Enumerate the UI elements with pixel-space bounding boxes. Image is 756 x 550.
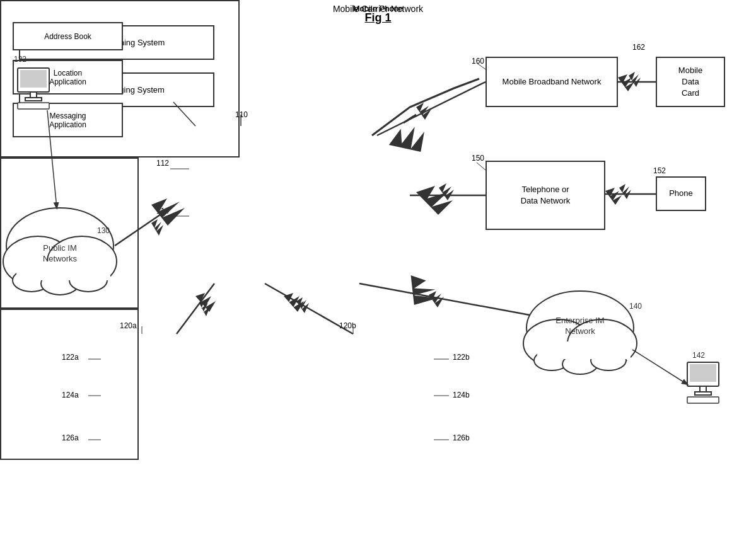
svg-point-23 (562, 354, 598, 374)
svg-rect-25 (537, 345, 629, 359)
svg-point-20 (567, 319, 637, 367)
svg-marker-65 (151, 219, 163, 236)
lightning-mcn-tdn (410, 183, 486, 200)
la124b-label: LocationApplication (49, 69, 86, 86)
ref-122b: 122b (453, 353, 470, 362)
svg-line-58 (377, 82, 486, 135)
messaging-app-b-box: MessagingApplication (13, 103, 123, 137)
svg-marker-43 (618, 74, 634, 91)
ref-160: 160 (472, 57, 484, 66)
mp120b-title: Mobile Phone (0, 4, 756, 13)
ref-124b: 124b (453, 391, 470, 399)
ref-126b: 126b (453, 433, 470, 442)
ref-114: 114 (156, 207, 169, 215)
ref-150: 150 (472, 154, 484, 163)
ref-120b: 120b (339, 321, 356, 330)
svg-point-24 (591, 350, 626, 370)
mobile-broadband-network-box: Mobile Broadband Network (486, 57, 618, 107)
tdn-label: Telephone orData Network (521, 184, 571, 207)
address-book-b-box: Address Book (13, 22, 123, 50)
ma126b-label: MessagingApplication (49, 112, 86, 129)
svg-text:140: 140 (629, 302, 642, 311)
svg-rect-29 (687, 362, 719, 386)
svg-line-54 (477, 163, 486, 170)
svg-line-35 (632, 350, 687, 384)
svg-marker-63 (429, 291, 444, 307)
svg-marker-36 (385, 118, 433, 164)
svg-rect-33 (687, 397, 719, 403)
ref-162: 162 (632, 43, 645, 52)
lightning-mcn-120a (177, 284, 214, 334)
svg-rect-21 (536, 341, 631, 360)
enterprise-im-cloud: Enterprise IM Network (523, 291, 637, 374)
ab122b-label: Address Book (44, 32, 91, 41)
svg-marker-41 (284, 293, 304, 312)
svg-point-18 (526, 291, 634, 364)
svg-line-66 (177, 284, 214, 334)
ref-112: 112 (156, 159, 169, 168)
ref-126a: 126a (62, 433, 79, 442)
svg-rect-32 (695, 392, 711, 395)
svg-marker-71 (619, 184, 631, 199)
svg-point-19 (523, 319, 593, 367)
ref-110: 110 (235, 110, 248, 119)
svg-text:Enterprise IM: Enterprise IM (555, 316, 604, 325)
ref-120a: 120a (120, 321, 137, 330)
svg-rect-31 (700, 386, 706, 392)
svg-text:142: 142 (692, 351, 705, 360)
svg-marker-67 (199, 300, 210, 316)
svg-marker-37 (416, 186, 453, 215)
svg-text:Network: Network (565, 326, 595, 336)
svg-marker-61 (439, 183, 454, 200)
location-app-b-box: LocationApplication (13, 60, 123, 95)
ref-124a: 124a (62, 391, 79, 399)
svg-line-62 (359, 284, 530, 315)
mbn-label: Mobile Broadband Network (503, 76, 602, 88)
svg-marker-69 (296, 297, 309, 313)
ref-122a: 122a (62, 353, 79, 362)
telephone-data-network-box: Telephone orData Network (486, 161, 605, 230)
lightning-mcn-mbn (377, 82, 486, 135)
enterprise-computer-icon (687, 362, 719, 403)
svg-marker-42 (605, 188, 622, 205)
svg-point-22 (534, 350, 569, 370)
phone-box: Phone (656, 176, 706, 211)
phone-label: Phone (669, 188, 693, 199)
svg-rect-30 (690, 364, 716, 382)
svg-marker-59 (416, 103, 431, 120)
svg-marker-40 (195, 293, 216, 312)
svg-marker-38 (399, 273, 443, 314)
mobile-phone-a-box: Mobile Phone Address Book LocationApplic… (0, 158, 139, 309)
lightning-tdn-phone (605, 184, 656, 199)
lightning-mbn-mdc (618, 72, 656, 87)
lightning-mcn-enterprise (359, 284, 530, 315)
ref-152: 152 (653, 166, 666, 175)
mdc-label: MobileDataCard (678, 65, 702, 100)
mobile-data-card-box: MobileDataCard (656, 57, 725, 107)
svg-marker-73 (629, 72, 641, 87)
diagram-container: Fig 1 100 Mobile Carrier Network Mobile … (0, 0, 756, 550)
